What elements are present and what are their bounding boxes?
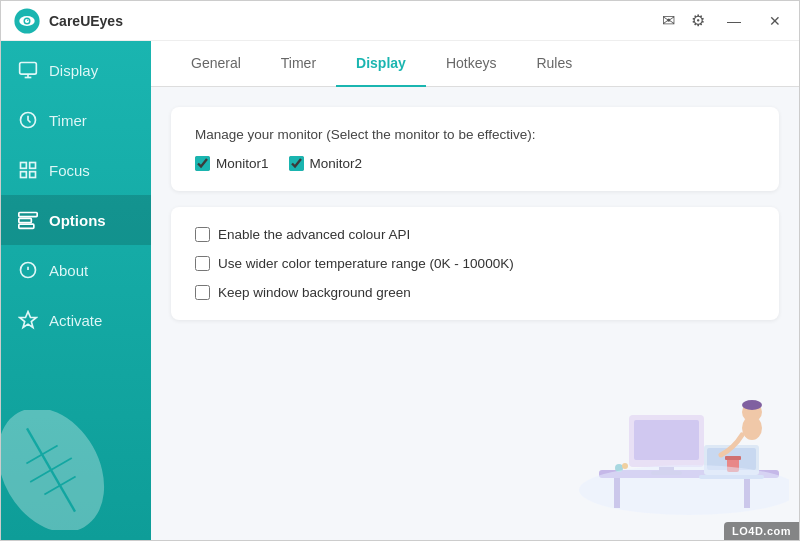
monitor-card-title: Manage your monitor (Select the monitor … — [195, 127, 755, 142]
svg-rect-10 — [30, 163, 36, 169]
illustration — [569, 360, 789, 530]
sidebar-item-about[interactable]: About — [1, 245, 151, 295]
app-title: CareUEyes — [49, 13, 662, 29]
svg-point-4 — [27, 19, 28, 20]
option3-text: Keep window background green — [218, 285, 411, 300]
sidebar-options-label: Options — [49, 212, 106, 229]
tab-timer[interactable]: Timer — [261, 41, 336, 87]
sidebar-decoration — [1, 345, 151, 540]
monitor1-label: Monitor1 — [216, 156, 269, 171]
monitor-card: Manage your monitor (Select the monitor … — [171, 107, 779, 191]
svg-rect-25 — [614, 478, 620, 508]
svg-rect-33 — [699, 475, 764, 479]
timer-icon — [17, 109, 39, 131]
focus-icon — [17, 159, 39, 181]
close-button[interactable]: ✕ — [763, 11, 787, 31]
sidebar-timer-label: Timer — [49, 112, 87, 129]
monitor1-checkbox[interactable] — [195, 156, 210, 171]
app-logo — [13, 7, 41, 35]
tab-bar: General Timer Display Hotkeys Rules — [151, 41, 799, 87]
svg-rect-13 — [19, 213, 37, 217]
option1-label[interactable]: Enable the advanced colour API — [195, 227, 755, 242]
tab-rules[interactable]: Rules — [516, 41, 592, 87]
svg-point-3 — [25, 18, 29, 22]
svg-rect-15 — [19, 224, 34, 228]
tab-display[interactable]: Display — [336, 41, 426, 87]
option2-text: Use wider color temperature range (0K - … — [218, 256, 514, 271]
option2-checkbox[interactable] — [195, 256, 210, 271]
svg-point-36 — [742, 400, 762, 410]
main-layout: Display Timer Focus — [1, 41, 799, 540]
window-controls: ✉ ⚙ — ✕ — [662, 11, 787, 31]
monitor-row: Monitor1 Monitor2 — [195, 156, 755, 171]
options-icon — [17, 209, 39, 231]
minimize-button[interactable]: — — [721, 11, 747, 31]
sidebar: Display Timer Focus — [1, 41, 151, 540]
watermark: LO4D.com — [724, 522, 799, 540]
svg-rect-32 — [707, 448, 756, 470]
sidebar-item-focus[interactable]: Focus — [1, 145, 151, 195]
option3-checkbox[interactable] — [195, 285, 210, 300]
sidebar-focus-label: Focus — [49, 162, 90, 179]
svg-point-41 — [579, 465, 789, 515]
monitor1-checkbox-label[interactable]: Monitor1 — [195, 156, 269, 171]
sidebar-about-label: About — [49, 262, 88, 279]
svg-rect-26 — [744, 478, 750, 508]
sidebar-item-options[interactable]: Options — [1, 195, 151, 245]
svg-point-39 — [615, 464, 623, 472]
svg-rect-29 — [659, 467, 674, 472]
svg-rect-27 — [629, 415, 704, 467]
monitor2-checkbox[interactable] — [289, 156, 304, 171]
content-area: General Timer Display Hotkeys Rules Mana… — [151, 41, 799, 540]
activate-icon — [17, 309, 39, 331]
settings-icon[interactable]: ⚙ — [691, 11, 705, 30]
tab-hotkeys[interactable]: Hotkeys — [426, 41, 517, 87]
svg-rect-9 — [21, 163, 27, 169]
monitor2-label: Monitor2 — [310, 156, 363, 171]
titlebar: CareUEyes ✉ ⚙ — ✕ — [1, 1, 799, 41]
svg-point-40 — [622, 463, 628, 469]
svg-rect-12 — [30, 172, 36, 178]
svg-rect-30 — [651, 471, 682, 475]
about-icon — [17, 259, 39, 281]
svg-rect-11 — [21, 172, 27, 178]
svg-rect-5 — [20, 63, 37, 75]
content-body: Manage your monitor (Select the monitor … — [151, 87, 799, 540]
monitor2-checkbox-label[interactable]: Monitor2 — [289, 156, 363, 171]
sidebar-activate-label: Activate — [49, 312, 102, 329]
option3-label[interactable]: Keep window background green — [195, 285, 755, 300]
svg-rect-14 — [19, 218, 31, 222]
sidebar-item-activate[interactable]: Activate — [1, 295, 151, 345]
sidebar-item-timer[interactable]: Timer — [1, 95, 151, 145]
svg-rect-31 — [704, 445, 759, 475]
option1-text: Enable the advanced colour API — [218, 227, 410, 242]
option1-checkbox[interactable] — [195, 227, 210, 242]
sidebar-item-display[interactable]: Display — [1, 45, 151, 95]
display-icon — [17, 59, 39, 81]
svg-rect-38 — [725, 456, 741, 460]
svg-point-35 — [742, 402, 762, 422]
svg-rect-28 — [634, 420, 699, 460]
sidebar-display-label: Display — [49, 62, 98, 79]
svg-rect-24 — [599, 470, 779, 478]
email-icon[interactable]: ✉ — [662, 11, 675, 30]
svg-point-19 — [1, 410, 111, 530]
options-card: Enable the advanced colour API Use wider… — [171, 207, 779, 320]
option2-label[interactable]: Use wider color temperature range (0K - … — [195, 256, 755, 271]
tab-general[interactable]: General — [171, 41, 261, 87]
svg-rect-37 — [727, 458, 739, 472]
svg-point-34 — [742, 416, 762, 440]
options-list: Enable the advanced colour API Use wider… — [195, 227, 755, 300]
